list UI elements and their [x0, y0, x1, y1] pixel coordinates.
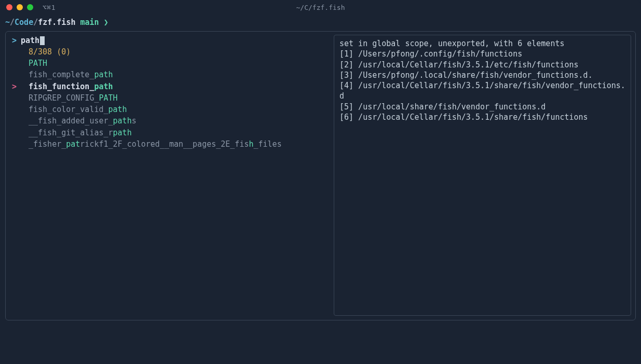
- fzf-finder: > path 8/308 (0) PATHfish_complete_path>…: [5, 31, 636, 320]
- fzf-preview-pane: set in global scope, unexported, with 6 …: [334, 35, 631, 316]
- maximize-button[interactable]: [27, 4, 33, 10]
- prompt-arrow: ❯: [104, 18, 108, 27]
- window-controls: [6, 4, 33, 10]
- fzf-query-line[interactable]: > path: [10, 35, 330, 46]
- fzf-item-label: fish_color_valid_path: [29, 104, 127, 115]
- fzf-result-item[interactable]: PATH: [10, 58, 330, 69]
- fzf-result-item[interactable]: _fisher_patrickf1_2F_colored__man__pages…: [10, 138, 330, 150]
- fzf-item-label: __fish_git_alias_rpath: [29, 128, 132, 138]
- preview-line: [3] /Users/pfong/.local/share/fish/vendo…: [339, 70, 625, 80]
- prompt-dir-code: Code: [15, 18, 33, 27]
- prompt-slash: /: [33, 18, 38, 27]
- fzf-results-pane: > path 8/308 (0) PATHfish_complete_path>…: [10, 35, 334, 316]
- fzf-item-label: fish_complete_path: [29, 69, 113, 80]
- fzf-item-label: fish_function_path: [29, 81, 113, 92]
- tab-indicator: ⌥⌘1: [43, 4, 56, 11]
- preview-line: [6] /usr/local/Cellar/fish/3.5.1/share/f…: [339, 112, 625, 122]
- prompt-slash: /: [10, 18, 15, 27]
- close-button[interactable]: [6, 4, 12, 10]
- shell-prompt: ~/Code/fzf.fish main ❯: [0, 15, 641, 31]
- fzf-result-item[interactable]: __fish_git_alias_rpath: [10, 127, 330, 138]
- fzf-result-item[interactable]: fish_complete_path: [10, 69, 330, 80]
- fzf-result-item[interactable]: fish_color_valid_path: [10, 104, 330, 115]
- prompt-dir-fzf: fzf.fish: [38, 18, 75, 27]
- titlebar: ⌥⌘1 ~/C/fzf.fish: [0, 0, 641, 15]
- fzf-query-text: path: [21, 36, 39, 45]
- fzf-result-item[interactable]: >fish_function_path: [10, 81, 330, 92]
- fzf-result-list: PATHfish_complete_path>fish_function_pat…: [10, 58, 330, 150]
- fzf-query-input[interactable]: path: [21, 36, 45, 45]
- fzf-result-item[interactable]: __fish_added_user_paths: [10, 115, 330, 127]
- fzf-item-label: __fish_added_user_paths: [29, 116, 137, 126]
- preview-line: [5] /usr/local/share/fish/vendor_functio…: [339, 102, 625, 112]
- window-title: ~/C/fzf.fish: [296, 4, 345, 11]
- fzf-query-marker: >: [12, 36, 17, 45]
- preview-line: [4] /usr/local/Cellar/fish/3.5.1/share/f…: [339, 80, 625, 102]
- cursor-icon: [40, 36, 45, 45]
- minimize-button[interactable]: [17, 4, 23, 10]
- prompt-git-branch: main: [80, 18, 99, 27]
- prompt-home: ~: [5, 18, 10, 27]
- fzf-item-label: RIPGREP_CONFIG_PATH: [29, 93, 118, 103]
- fzf-pointer-icon: >: [12, 81, 21, 92]
- fzf-match-count: 8/308 (0): [10, 46, 330, 58]
- fzf-result-item[interactable]: RIPGREP_CONFIG_PATH: [10, 92, 330, 104]
- preview-line: [1] /Users/pfong/.config/fish/functions: [339, 49, 625, 59]
- terminal-window: ⌥⌘1 ~/C/fzf.fish ~/Code/fzf.fish main ❯ …: [0, 0, 641, 364]
- fzf-item-label: _fisher_patrickf1_2F_colored__man__pages…: [29, 139, 282, 149]
- fzf-item-label: PATH: [29, 58, 47, 68]
- preview-line: set in global scope, unexported, with 6 …: [339, 38, 625, 49]
- preview-line: [2] /usr/local/Cellar/fish/3.5.1/etc/fis…: [339, 60, 625, 70]
